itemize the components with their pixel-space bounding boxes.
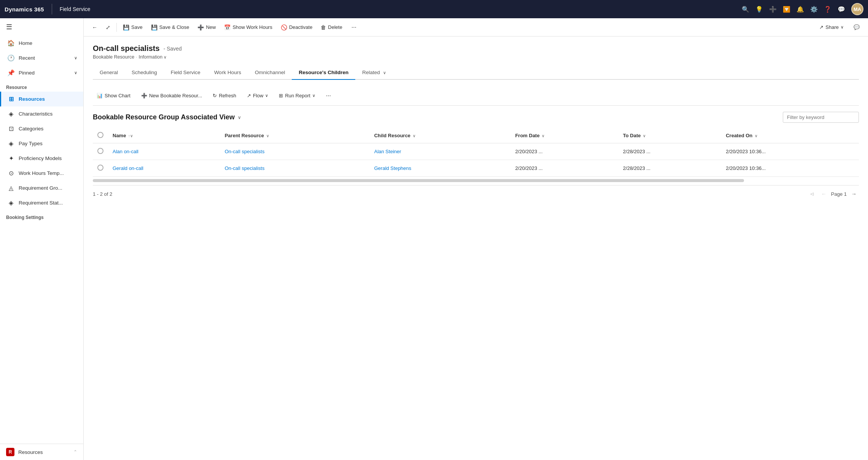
toolbar: ← ⤢ 💾 Save 💾 Save & Close ➕ New 📅 Show W… [84,18,868,36]
link-parent-0[interactable]: On-call specialists [225,149,265,154]
delete-button[interactable]: 🗑 Delete [317,22,346,33]
save-close-button[interactable]: 💾 Save & Close [147,22,193,33]
flow-icon: ↗ [247,93,251,98]
save-button[interactable]: 💾 Save [119,22,146,33]
new-label: New [206,24,216,30]
back-button[interactable]: ← [88,22,101,33]
view-dropdown-icon[interactable]: ∨ [238,115,241,120]
tab-omnichannel[interactable]: Omnichannel [248,66,292,80]
tab-field-service[interactable]: Field Service [164,66,207,80]
cell-created-on-1: 2/20/2023 10:36... [721,160,859,177]
sidebar-pinned-label: Pinned [19,70,35,76]
col-created-on[interactable]: Created On ∨ [721,128,859,143]
table-row: Alan on-call On-call specialists Alan St… [93,143,859,160]
sidebar-bottom-label: Resources [18,449,43,455]
cell-name-1: Gerald on-call [108,160,220,177]
breadcrumb-view-dropdown[interactable]: Information ∨ [139,54,167,60]
horizontal-scrollbar[interactable] [93,179,744,182]
row-checkbox-0[interactable] [97,148,103,154]
sub-more-icon: ⋯ [326,93,331,98]
sidebar-item-requirement-statuses[interactable]: ◈ Requirement Stat... [0,195,83,210]
brand-name: Dynamics 365 [5,6,44,13]
sub-more-button[interactable]: ⋯ [322,90,335,101]
help-icon[interactable]: ❓ [824,6,831,13]
col-parent-resource[interactable]: Parent Resource ∨ [220,128,370,143]
expand-button[interactable]: ⤢ [102,22,114,33]
link-child-0[interactable]: Alan Steiner [374,149,401,154]
sidebar-categories-label: Categories [19,126,43,132]
sidebar-item-requirement-groups[interactable]: ◬ Requirement Gro... [0,181,83,195]
sidebar-bottom-resources[interactable]: R Resources ⌃ [0,444,83,460]
prev-page-button[interactable]: ← [819,190,829,198]
row-checkbox-1[interactable] [97,165,103,171]
avatar[interactable]: MA [851,3,863,15]
share-button[interactable]: ↗ Share ∨ [815,22,848,32]
refresh-button[interactable]: ↻ Refresh [209,90,240,101]
content-area: ← ⤢ 💾 Save 💾 Save & Close ➕ New 📅 Show W… [84,18,868,460]
chat-button[interactable]: 💬 [850,22,863,32]
bell-icon[interactable]: 🔔 [796,6,804,13]
search-icon[interactable]: 🔍 [742,6,749,13]
flow-button[interactable]: ↗ Flow ∨ [243,90,272,101]
col-child-resource[interactable]: Child Resource ∨ [370,128,511,143]
new-bookable-button[interactable]: ➕ New Bookable Resour... [137,90,206,101]
first-page-button[interactable]: ⊲ [808,190,817,198]
col-from-date[interactable]: From Date ∨ [510,128,618,143]
sidebar-item-work-hours-templates[interactable]: ⊙ Work Hours Temp... [0,166,83,181]
sidebar-item-characteristics[interactable]: ◈ Characteristics [0,106,83,121]
plus-icon[interactable]: ➕ [769,6,777,13]
deactivate-button[interactable]: 🚫 Deactivate [277,22,316,33]
lightbulb-icon[interactable]: 💡 [755,6,763,13]
tab-related[interactable]: Related ∨ [355,66,393,80]
more-button[interactable]: ⋯ [348,22,360,32]
filter-input[interactable] [783,112,859,123]
link-name-0[interactable]: Alan on-call [113,149,138,154]
pagination-nav: ⊲ ← Page 1 → [808,190,859,198]
section-resource-header: Resource [0,80,83,92]
sidebar-item-home[interactable]: 🏠 Home [0,36,83,51]
show-chart-button[interactable]: 📊 Show Chart [93,90,134,101]
requirement-statuses-icon: ◈ [7,199,15,206]
col-name[interactable]: Name ↑∨ [108,128,220,143]
cell-child-0: Alan Steiner [370,143,511,160]
categories-icon: ⊡ [7,125,15,132]
report-icon: ⊞ [279,93,283,98]
page-header: On-call specialists - Saved Bookable Res… [93,44,859,60]
show-work-hours-button[interactable]: 📅 Show Work Hours [220,22,276,33]
col-to-date[interactable]: To Date ∨ [618,128,721,143]
toolbar-separator-1 [116,23,117,32]
sidebar-item-pay-types[interactable]: ◈ Pay Types [0,136,83,151]
tab-resources-children[interactable]: Resource's Children [292,66,355,80]
link-parent-1[interactable]: On-call specialists [225,165,265,171]
sub-toolbar: 📊 Show Chart ➕ New Bookable Resour... ↻ … [93,87,859,106]
link-child-1[interactable]: Gerald Stephens [374,165,412,171]
sidebar-item-proficiency-models[interactable]: ✦ Proficiency Models [0,151,83,166]
link-name-1[interactable]: Gerald on-call [113,165,143,171]
chat-icon[interactable]: 💬 [838,6,845,13]
sidebar-item-resources[interactable]: ⊞ Resources [0,92,83,106]
settings-icon[interactable]: ⚙️ [810,6,818,13]
sidebar-item-categories[interactable]: ⊡ Categories [0,121,83,136]
tab-general[interactable]: General [93,66,125,80]
breadcrumb-entity: Bookable Resource [93,54,134,60]
new-icon: ➕ [197,24,204,30]
row-checkbox-cell [93,143,108,160]
cell-child-1: Gerald Stephens [370,160,511,177]
cell-from-date-1: 2/20/2023 ... [510,160,618,177]
run-report-label: Run Report [285,93,310,98]
share-label: Share [825,24,839,30]
header-checkbox-cell [93,128,108,143]
run-report-button[interactable]: ⊞ Run Report ∨ [275,90,319,101]
sidebar-characteristics-label: Characteristics [19,111,52,117]
sidebar-item-pinned[interactable]: 📌 Pinned ∨ [0,65,83,80]
hamburger-button[interactable]: ☰ [0,18,83,36]
show-work-hours-label: Show Work Hours [232,24,272,30]
header-checkbox[interactable] [97,132,103,138]
filter-icon[interactable]: 🔽 [783,6,790,13]
tab-work-hours[interactable]: Work Hours [207,66,248,80]
sidebar-recent-label: Recent [19,55,35,61]
new-button[interactable]: ➕ New [194,22,219,33]
tab-scheduling[interactable]: Scheduling [125,66,164,80]
sidebar-item-recent[interactable]: 🕐 Recent ∨ [0,51,83,65]
next-page-button[interactable]: → [849,190,859,198]
